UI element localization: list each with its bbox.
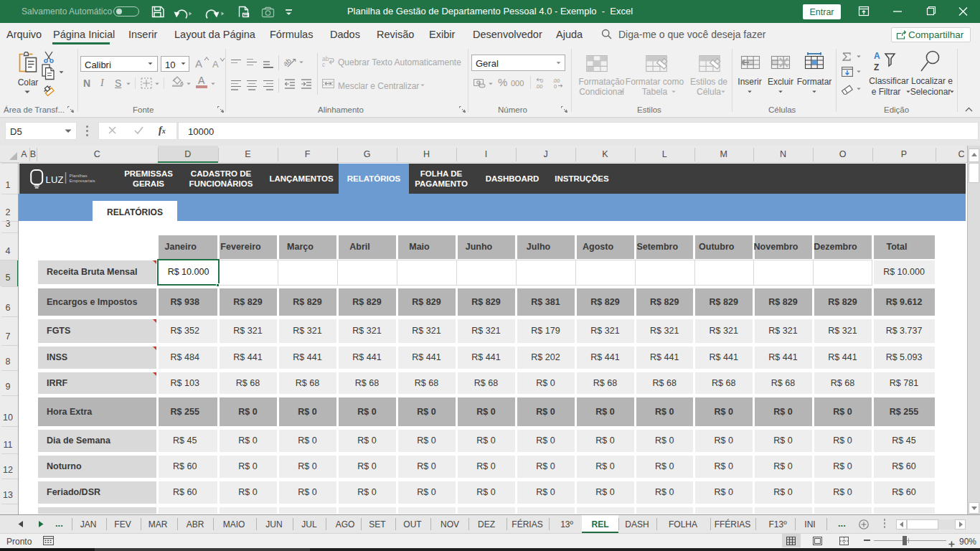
svg-text:A: A [874,51,880,61]
svg-text:0: 0 [554,83,557,89]
svg-text:Planilhas: Planilhas [70,173,88,178]
svg-text:LUZ: LUZ [46,174,64,185]
svg-text:.00: .00 [535,83,542,89]
svg-text:Z: Z [874,62,879,72]
svg-text:Empresariais: Empresariais [70,178,95,183]
